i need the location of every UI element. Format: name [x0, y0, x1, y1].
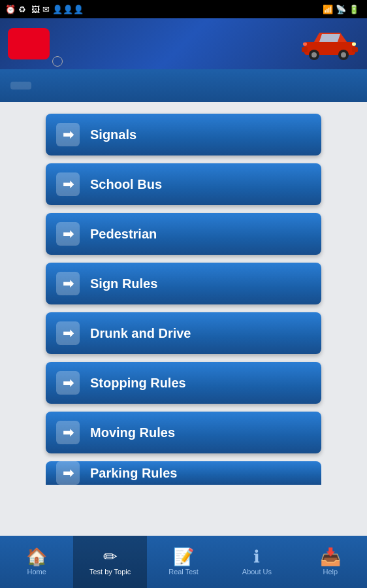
nav-icon-home: 🏠	[26, 548, 47, 565]
category-label-moving-rules: Moving Rules	[90, 425, 175, 440]
nav-item-real-test[interactable]: 📝 Real Test	[147, 536, 220, 588]
category-label-sign-rules: Sign Rules	[90, 276, 157, 291]
category-btn-parking-rules[interactable]: ➡ Parking Rules	[46, 461, 321, 485]
category-btn-drunk-and-drive[interactable]: ➡ Drunk and Drive	[46, 312, 321, 354]
battery-icon: 🔋	[349, 5, 359, 14]
ad-car-image	[300, 26, 359, 62]
status-bar-left: ⏰ ♻ 🖼 ✉ 👤👤👤	[5, 5, 84, 14]
nav-item-home[interactable]: 🏠 Home	[0, 536, 73, 588]
svg-rect-7	[352, 42, 356, 46]
arrow-icon-stopping-rules: ➡	[56, 371, 80, 395]
message-icon: ✉	[42, 5, 50, 14]
arrow-icon-sign-rules: ➡	[56, 272, 80, 295]
image-icon: 🖼	[31, 5, 40, 14]
page-title	[10, 82, 31, 90]
svg-point-6	[341, 52, 346, 57]
signal-icon: 📡	[336, 5, 346, 14]
nav-icon-test-by-topic: ✏	[103, 548, 118, 565]
nav-label-real-test: Real Test	[168, 568, 199, 576]
ask-logo	[8, 28, 50, 59]
page-header	[0, 69, 367, 102]
nav-label-about-us: About Us	[242, 568, 272, 576]
arrow-icon-signals: ➡	[56, 123, 80, 146]
svg-point-4	[311, 52, 317, 57]
recycle-icon: ♻	[18, 5, 26, 14]
arrow-icon-parking-rules: ➡	[56, 461, 80, 485]
category-btn-sign-rules[interactable]: ➡ Sign Rules	[46, 263, 321, 304]
category-label-stopping-rules: Stopping Rules	[90, 376, 186, 391]
category-btn-pedestrian[interactable]: ➡ Pedestrian	[46, 213, 321, 255]
ad-banner[interactable]	[0, 18, 367, 69]
category-btn-moving-rules[interactable]: ➡ Moving Rules	[46, 412, 321, 453]
nav-label-help: Help	[323, 568, 338, 576]
svg-rect-2	[302, 47, 308, 52]
status-bar: ⏰ ♻ 🖼 ✉ 👤👤👤 📶 📡 🔋	[0, 0, 367, 18]
category-btn-signals[interactable]: ➡ Signals	[46, 114, 321, 155]
nav-label-test-by-topic: Test by Topic	[89, 568, 131, 576]
nav-item-test-by-topic[interactable]: ✏ Test by Topic	[73, 536, 146, 588]
arrow-icon-drunk-and-drive: ➡	[56, 321, 80, 345]
category-btn-stopping-rules[interactable]: ➡ Stopping Rules	[46, 362, 321, 404]
category-btn-school-bus[interactable]: ➡ School Bus	[46, 163, 321, 205]
nav-icon-real-test: 📝	[173, 548, 194, 565]
ad-info-button[interactable]	[52, 56, 63, 67]
category-label-pedestrian: Pedestrian	[90, 227, 157, 242]
nav-label-home: Home	[27, 568, 46, 576]
nav-item-help[interactable]: 📥 Help	[294, 536, 367, 588]
arrow-icon-school-bus: ➡	[56, 172, 80, 196]
main-content: ➡ Signals ➡ School Bus ➡ Pedestrian ➡ Si…	[0, 102, 367, 536]
nav-icon-help: 📥	[320, 548, 341, 565]
svg-rect-1	[352, 47, 358, 52]
category-label-school-bus: School Bus	[90, 177, 162, 192]
nav-icon-about-us: ℹ	[253, 548, 260, 565]
user-icons: 👤👤👤	[52, 5, 84, 14]
bottom-nav: 🏠 Home ✏ Test by Topic 📝 Real Test ℹ Abo…	[0, 536, 367, 588]
svg-rect-8	[303, 42, 307, 46]
wifi-icon: 📶	[323, 5, 333, 14]
arrow-icon-moving-rules: ➡	[56, 421, 80, 444]
category-label-parking-rules: Parking Rules	[90, 466, 177, 481]
nav-item-about-us[interactable]: ℹ About Us	[220, 536, 293, 588]
status-bar-right: 📶 📡 🔋	[323, 5, 362, 14]
category-label-signals: Signals	[90, 127, 136, 142]
category-label-drunk-and-drive: Drunk and Drive	[90, 326, 191, 341]
arrow-icon-pedestrian: ➡	[56, 222, 80, 246]
alarm-icon: ⏰	[5, 5, 16, 14]
